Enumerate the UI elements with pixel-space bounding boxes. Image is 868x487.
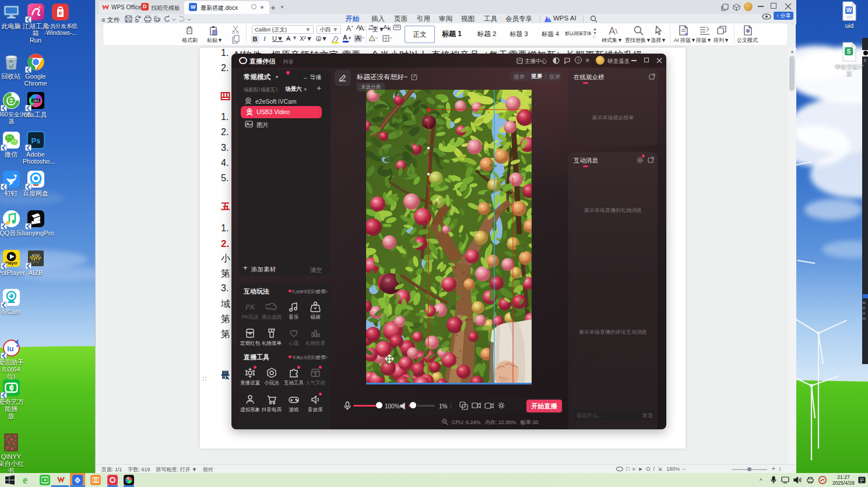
- svg-text:W: W: [846, 7, 852, 13]
- svg-text:Ps: Ps: [31, 136, 41, 145]
- svg-text:OBS: OBS: [33, 99, 40, 103]
- svg-text:e: e: [58, 9, 62, 16]
- svg-text:S: S: [847, 48, 851, 55]
- svg-text:PK: PK: [245, 302, 256, 311]
- svg-text:AIZB-3: AIZB-3: [31, 254, 40, 257]
- svg-text:Player: Player: [5, 261, 17, 266]
- svg-text:iu: iu: [7, 344, 14, 353]
